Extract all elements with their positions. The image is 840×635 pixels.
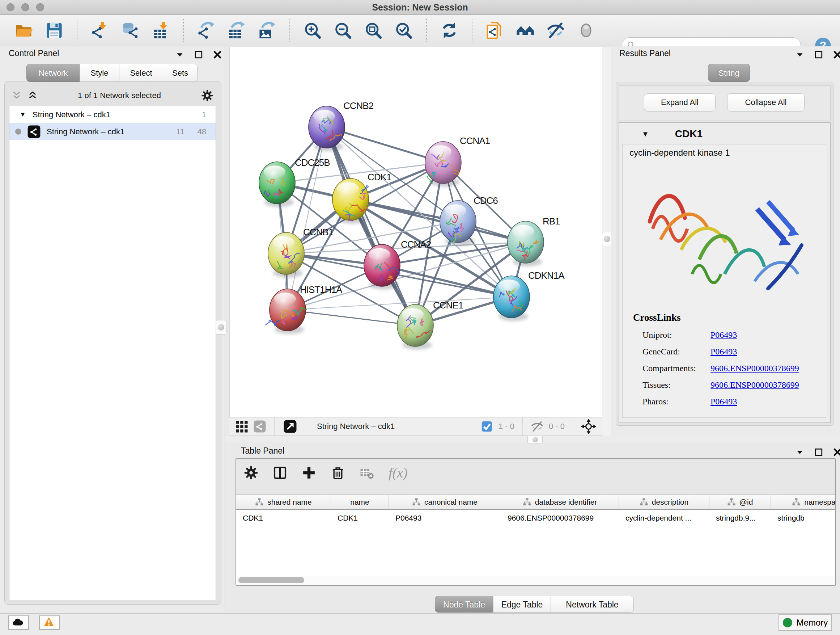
network-node-CCNB1[interactable] (268, 233, 304, 278)
table-cell[interactable]: 9606.ENSP00000378699 (501, 510, 619, 526)
collapse-entry-icon[interactable]: ▼ (642, 130, 649, 138)
table-cell[interactable]: CDK1 (236, 510, 331, 526)
hide-panel-icon[interactable] (546, 21, 565, 40)
add-column-icon[interactable] (302, 466, 316, 480)
table-cell[interactable]: stringdb:9... (709, 510, 771, 526)
export-network-icon[interactable] (197, 21, 216, 40)
network-node-HIST1H1A[interactable] (266, 289, 307, 334)
horizontal-splitter-handle[interactable] (527, 435, 543, 444)
crosslink-link[interactable]: P06493 (711, 330, 737, 340)
network-node-CDK1[interactable] (332, 179, 369, 224)
tab-edge-table[interactable]: Edge Table (493, 596, 551, 613)
network-node-CCNA1[interactable] (425, 141, 461, 187)
tab-select[interactable]: Select (119, 64, 163, 82)
table-cell[interactable]: P06493 (389, 510, 501, 526)
node-result-name: CDK1 (675, 128, 703, 140)
expand-all-networks-icon[interactable] (27, 90, 38, 101)
column-header-namespace[interactable]: namespace (771, 495, 835, 509)
zoom-selected-icon[interactable] (394, 21, 413, 40)
node-result-header[interactable]: ▼ CDK1 (619, 125, 830, 143)
crosslink-link[interactable]: 9606.ENSP00000378699 (711, 363, 799, 373)
column-header-@id[interactable]: @id (709, 495, 771, 509)
left-splitter-handle[interactable] (216, 320, 226, 334)
export-table-icon[interactable] (227, 21, 246, 40)
scrollbar-thumb[interactable] (238, 577, 304, 583)
crosslink-link[interactable]: P06493 (711, 397, 737, 407)
zoom-fit-icon[interactable] (364, 21, 383, 40)
table-horizontal-scrollbar[interactable] (236, 576, 835, 585)
network-node-CDC6[interactable] (440, 201, 476, 246)
memory-button[interactable]: Memory (778, 614, 832, 631)
column-header-shared-name[interactable]: shared name (236, 495, 331, 509)
show-columns-icon[interactable] (273, 466, 287, 480)
network-row-selected[interactable]: String Network – cdk1 11 48 (9, 123, 216, 140)
export-image-icon[interactable] (257, 21, 276, 40)
column-header-canonical-name[interactable]: canonical name (389, 495, 501, 509)
network-node-CCNE1[interactable] (397, 304, 433, 350)
tab-sets[interactable]: Sets (163, 64, 197, 82)
right-splitter-handle[interactable] (602, 232, 612, 246)
column-header-database-identifier[interactable]: database identifier (501, 495, 619, 509)
string-home-icon[interactable] (516, 21, 535, 40)
table-options-gear-icon[interactable] (244, 466, 258, 480)
clone-network-icon[interactable] (485, 21, 504, 40)
zoom-in-icon[interactable] (303, 21, 322, 40)
detach-view-icon[interactable] (283, 419, 298, 434)
import-network-icon[interactable] (90, 21, 109, 40)
collapse-all-button[interactable]: Collapse All (727, 93, 805, 111)
table-cell[interactable]: stringdb (771, 510, 835, 526)
close-panel-icon[interactable] (832, 447, 840, 458)
save-session-icon[interactable] (45, 21, 64, 40)
tab-node-table[interactable]: Node Table (435, 596, 493, 613)
crosslink-link[interactable]: P06493 (711, 347, 737, 356)
collapse-all-networks-icon[interactable] (11, 90, 22, 101)
column-header-description[interactable]: description (619, 495, 709, 509)
crosslink-link[interactable]: 9606.ENSP00000378699 (711, 380, 799, 390)
network-edge[interactable] (287, 310, 415, 325)
zoom-out-icon[interactable] (333, 21, 352, 40)
selected-items-checkbox[interactable] (480, 420, 493, 433)
network-node-CDKN1A[interactable] (493, 276, 530, 321)
cloud-status-button[interactable] (8, 616, 29, 630)
grid-view-icon[interactable] (235, 420, 248, 433)
import-table-icon[interactable] (151, 21, 170, 40)
table-cell[interactable]: cyclin-dependent ... (619, 510, 709, 526)
close-panel-icon[interactable] (832, 49, 840, 60)
collapse-panel-icon[interactable] (174, 49, 185, 60)
float-panel-icon[interactable] (813, 49, 824, 60)
tree-expander-icon[interactable]: ▼ (19, 111, 26, 119)
tab-network[interactable]: Network (27, 64, 80, 82)
network-node-CDC25B[interactable] (259, 162, 295, 207)
network-node-CCNB2[interactable] (309, 106, 345, 151)
float-panel-icon[interactable] (813, 447, 824, 458)
network-options-gear-icon[interactable] (201, 89, 213, 102)
network-node-CCNA2[interactable] (364, 244, 400, 290)
network-view-icon[interactable] (253, 420, 266, 433)
open-session-icon[interactable] (14, 21, 33, 40)
import-database-icon[interactable] (121, 21, 140, 40)
column-header-name[interactable]: name (331, 495, 389, 509)
warnings-button[interactable] (39, 616, 60, 630)
tab-network-table[interactable]: Network Table (551, 596, 634, 613)
close-panel-icon[interactable] (212, 49, 223, 60)
node-label: CCNE1 (433, 300, 463, 310)
table-cell[interactable]: CDK1 (331, 510, 389, 526)
expand-all-button[interactable]: Expand All (644, 93, 715, 111)
float-panel-icon[interactable] (193, 49, 204, 60)
network-edge[interactable] (351, 200, 526, 242)
crosslink-label: Compartments: (643, 363, 711, 373)
table-row[interactable]: CDK1CDK1P064939606.ENSP00000378699cyclin… (236, 510, 835, 526)
collapse-panel-icon[interactable] (794, 49, 805, 60)
birdseye-view-icon[interactable] (581, 419, 596, 434)
network-node-RB1[interactable] (508, 221, 544, 266)
delete-column-icon[interactable] (331, 466, 345, 480)
show-panel-icon[interactable] (576, 21, 595, 40)
network-collection-row[interactable]: ▼ String Network – cdk1 1 (9, 106, 216, 123)
network-edge[interactable] (287, 127, 327, 310)
network-graph[interactable]: CCNB2CCNA1CDC25BCDK1CDC6RB1CCNB1CCNA2CDK… (229, 47, 602, 417)
refresh-layout-icon[interactable] (440, 21, 459, 40)
collapse-panel-icon[interactable] (794, 447, 805, 458)
tab-string[interactable]: String (708, 64, 750, 82)
tab-style[interactable]: Style (80, 64, 119, 82)
network-edge[interactable] (327, 127, 415, 325)
